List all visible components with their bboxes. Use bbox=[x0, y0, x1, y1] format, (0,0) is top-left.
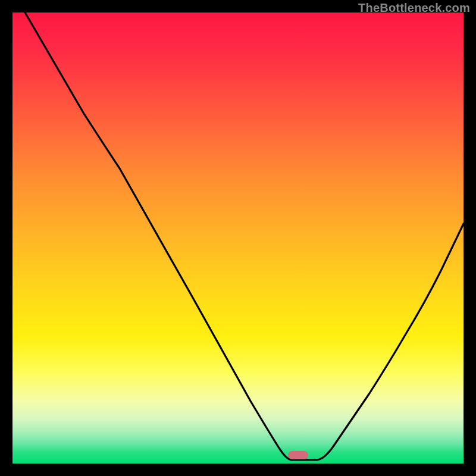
curve-path bbox=[25, 12, 464, 460]
optimal-point-marker bbox=[288, 451, 308, 459]
bottleneck-curve bbox=[12, 12, 464, 464]
watermark-text: TheBottleneck.com bbox=[358, 1, 470, 15]
plot-area bbox=[12, 12, 464, 464]
